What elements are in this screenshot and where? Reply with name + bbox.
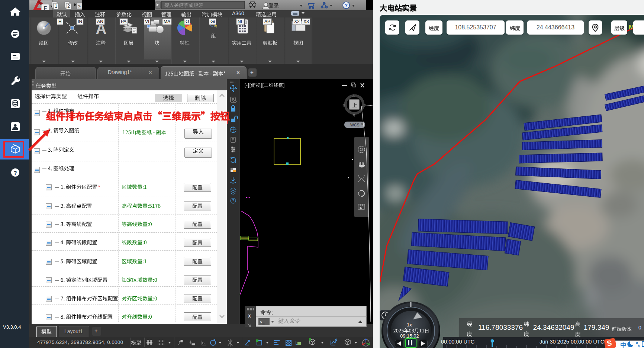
svg-text:WCS: WCS [350, 123, 360, 127]
svg-text:x: x [248, 313, 251, 319]
svg-text:?: ? [232, 199, 234, 203]
svg-text:>_: >_ [260, 320, 265, 324]
svg-text:?: ? [345, 3, 348, 8]
